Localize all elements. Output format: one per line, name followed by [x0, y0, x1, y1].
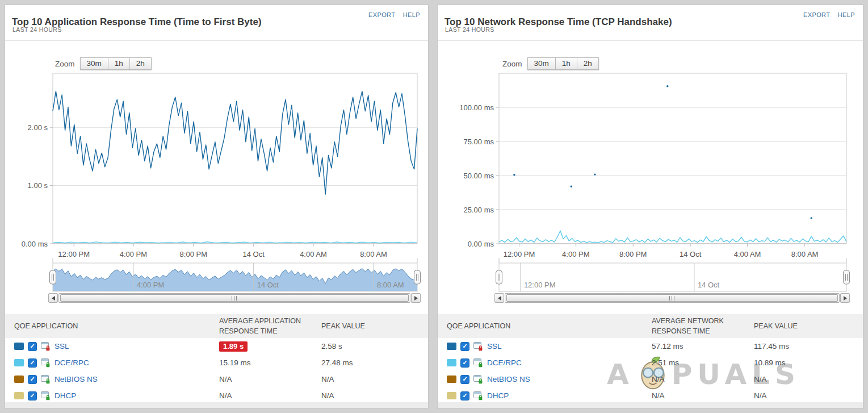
application-icon	[41, 375, 51, 384]
application-link[interactable]: DHCP	[54, 391, 76, 400]
column-header-average: AVERAGE APPLICATION RESPONSE TIME	[219, 316, 310, 336]
scrollbar-track[interactable]	[505, 293, 840, 303]
application-link[interactable]: SSL	[487, 342, 502, 351]
series-visibility-checkbox[interactable]: ✓	[28, 358, 37, 368]
average-value: N/A	[652, 375, 665, 383]
peak-cell: 10.89 ms	[754, 358, 863, 367]
peak-cell: N/A	[754, 375, 863, 383]
table-row: ✓DCE/RPC15.19 ms27.48 ms	[5, 354, 428, 371]
average-value: N/A	[652, 391, 665, 400]
average-value: 57.12 ms	[652, 342, 684, 351]
y-axis-label: 25.00 ms	[464, 206, 494, 214]
series-color-swatch	[14, 392, 24, 399]
panel-header: Top 10 Network Response Time (TCP Handsh…	[438, 5, 863, 41]
navigator-handle-left[interactable]	[496, 270, 502, 284]
series-color-swatch	[447, 343, 456, 350]
scrollbar-thumb[interactable]	[60, 294, 409, 302]
scrollbar-left-button[interactable]	[48, 293, 58, 303]
series-visibility-checkbox[interactable]: ✓	[28, 342, 37, 351]
y-axis-label: 50.00 ms	[464, 172, 494, 180]
x-axis-label: 4:00 PM	[562, 250, 589, 258]
peak-value: 10.89 ms	[754, 358, 786, 367]
navigator-label: 14 Oct	[257, 281, 279, 289]
x-axis-label: 4:00 PM	[120, 250, 147, 258]
application-link[interactable]: NetBIOS NS	[54, 375, 98, 383]
time-range-label: LAST 24 HOURS	[445, 26, 494, 33]
application-cell: ✓NetBIOS NS	[438, 375, 652, 384]
peak-cell: 117.45 ms	[754, 342, 863, 351]
navigator-handle-right[interactable]	[844, 270, 850, 284]
application-cell: ✓SSL	[438, 342, 652, 351]
table-row: ✓DHCPN/AN/A	[438, 387, 863, 404]
application-response-chart: 0.00 ms1.00 s2.00 s12:00 PM4:00 PM8:00 P…	[5, 66, 428, 295]
table-row: ✓SSL1.89 s2.58 s	[5, 338, 428, 354]
series-visibility-checkbox[interactable]: ✓	[28, 375, 37, 384]
average-cell: N/A	[652, 391, 754, 400]
series-visibility-checkbox[interactable]: ✓	[460, 391, 469, 401]
x-axis-label: 8:00 AM	[360, 250, 387, 258]
y-axis-label: 1.00 s	[28, 181, 48, 190]
series-color-swatch	[447, 392, 456, 399]
help-button[interactable]: HELP	[403, 11, 420, 18]
plot-area	[499, 73, 846, 244]
application-link[interactable]: DCE/RPC	[54, 358, 89, 367]
navigator-handle-left[interactable]	[50, 270, 56, 284]
series-visibility-checkbox[interactable]: ✓	[460, 358, 469, 368]
application-icon	[41, 342, 51, 351]
navigator-handle-right[interactable]	[414, 270, 421, 284]
application-link[interactable]: DHCP	[487, 391, 509, 400]
qoe-table-body: ✓SSL57.12 ms117.45 ms✓DCE/RPC2.51 ms10.8…	[438, 338, 863, 404]
scrollbar-right-button[interactable]	[840, 293, 850, 303]
x-axis-label: 8:00 PM	[619, 250, 647, 258]
network-response-chart: 0.00 ms25.00 ms50.00 ms75.00 ms100.00 ms…	[438, 66, 863, 295]
series-point-ssl	[811, 217, 812, 219]
application-icon	[41, 358, 51, 368]
x-axis-label: 8:00 AM	[791, 250, 819, 258]
help-button[interactable]: HELP	[838, 11, 855, 18]
average-value: 15.19 ms	[219, 358, 251, 367]
qoe-table: QOE APPLICATION AVERAGE NETWORK RESPONSE…	[438, 314, 863, 404]
left-arrow-icon	[52, 296, 55, 301]
series-color-swatch	[14, 376, 24, 383]
x-axis-label: 4:00 AM	[734, 250, 761, 258]
application-response-panel: Top 10 Application Response Time (Time t…	[5, 5, 429, 408]
scrollbar-track[interactable]	[58, 293, 410, 303]
export-button[interactable]: EXPORT	[368, 11, 395, 18]
average-value-alert-badge: 1.89 s	[219, 341, 248, 352]
x-axis-label: 14 Oct	[680, 250, 702, 258]
x-axis-label: 12:00 PM	[504, 250, 535, 258]
right-arrow-icon	[844, 296, 847, 301]
y-axis-label: 100.00 ms	[459, 103, 494, 112]
scrollbar-left-button[interactable]	[494, 293, 504, 303]
x-axis-label: 8:00 PM	[180, 250, 207, 258]
scrollbar-right-button[interactable]	[411, 293, 421, 303]
average-value: N/A	[219, 375, 232, 383]
x-axis-label: 12:00 PM	[58, 250, 90, 258]
average-cell: 2.51 ms	[652, 358, 754, 367]
y-axis-label: 2.00 s	[28, 123, 48, 132]
column-header-application: QOE APPLICATION	[5, 322, 219, 330]
series-point-ssl	[594, 173, 596, 175]
qoe-table-header: QOE APPLICATION AVERAGE NETWORK RESPONSE…	[438, 314, 863, 338]
series-point-ssl	[666, 85, 668, 87]
application-link[interactable]: NetBIOS NS	[487, 375, 530, 383]
navigator-label: 14 Oct	[698, 281, 720, 289]
series-visibility-checkbox[interactable]: ✓	[460, 375, 469, 384]
table-row: ✓NetBIOS NSN/AN/A	[5, 371, 428, 387]
application-link[interactable]: SSL	[54, 342, 69, 351]
application-icon	[41, 391, 51, 401]
y-axis-label: 75.00 ms	[464, 137, 494, 146]
series-visibility-checkbox[interactable]: ✓	[460, 342, 469, 351]
scrollbar-thumb[interactable]	[506, 294, 838, 302]
export-button[interactable]: EXPORT	[803, 11, 830, 18]
application-link[interactable]: DCE/RPC	[487, 358, 522, 367]
average-cell: N/A	[652, 375, 754, 383]
peak-cell: N/A	[754, 391, 863, 400]
peak-value: N/A	[754, 391, 767, 400]
series-visibility-checkbox[interactable]: ✓	[28, 391, 37, 401]
grip-icon	[232, 296, 237, 301]
series-point-ssl	[513, 174, 515, 176]
series-color-swatch	[447, 359, 456, 366]
table-row: ✓NetBIOS NSN/AN/A	[438, 371, 863, 387]
average-value: 2.51 ms	[652, 358, 679, 367]
